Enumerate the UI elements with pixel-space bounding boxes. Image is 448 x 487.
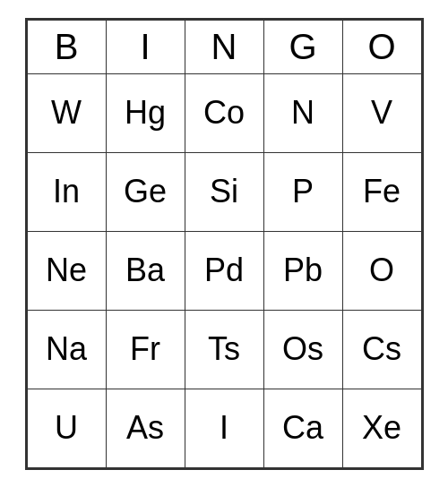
header-col-o: O: [342, 20, 421, 73]
cell-r4-c2: I: [185, 389, 263, 467]
bingo-card: BINGO WHgCoNVInGeSiPFeNeBaPdPbONaFrTsOsC…: [25, 18, 424, 470]
header-row: BINGO: [27, 20, 421, 73]
cell-r2-c3: Pb: [263, 231, 342, 310]
table-row: WHgCoNV: [27, 73, 421, 152]
cell-r0-c1: Hg: [106, 73, 185, 152]
cell-r0-c3: N: [263, 73, 342, 152]
table-row: NaFrTsOsCs: [27, 310, 421, 389]
cell-r4-c1: As: [106, 389, 185, 467]
header-col-b: B: [27, 20, 106, 73]
table-row: NeBaPdPbO: [27, 231, 421, 310]
table-row: UAsICaXe: [27, 389, 421, 467]
cell-r4-c4: Xe: [342, 389, 421, 467]
cell-r1-c3: P: [263, 152, 342, 231]
cell-r2-c4: O: [342, 231, 421, 310]
cell-r3-c4: Cs: [342, 310, 421, 389]
header-col-n: N: [185, 20, 263, 73]
header-col-g: G: [263, 20, 342, 73]
table-row: InGeSiPFe: [27, 152, 421, 231]
cell-r1-c1: Ge: [106, 152, 185, 231]
cell-r1-c2: Si: [185, 152, 263, 231]
cell-r0-c4: V: [342, 73, 421, 152]
header-col-i: I: [106, 20, 185, 73]
cell-r3-c3: Os: [263, 310, 342, 389]
cell-r4-c0: U: [27, 389, 106, 467]
cell-r3-c1: Fr: [106, 310, 185, 389]
cell-r1-c4: Fe: [342, 152, 421, 231]
cell-r0-c0: W: [27, 73, 106, 152]
cell-r2-c2: Pd: [185, 231, 263, 310]
cell-r1-c0: In: [27, 152, 106, 231]
cell-r3-c2: Ts: [185, 310, 263, 389]
cell-r2-c0: Ne: [27, 231, 106, 310]
cell-r2-c1: Ba: [106, 231, 185, 310]
bingo-table: BINGO WHgCoNVInGeSiPFeNeBaPdPbONaFrTsOsC…: [27, 20, 422, 468]
cell-r3-c0: Na: [27, 310, 106, 389]
cell-r0-c2: Co: [185, 73, 263, 152]
cell-r4-c3: Ca: [263, 389, 342, 467]
